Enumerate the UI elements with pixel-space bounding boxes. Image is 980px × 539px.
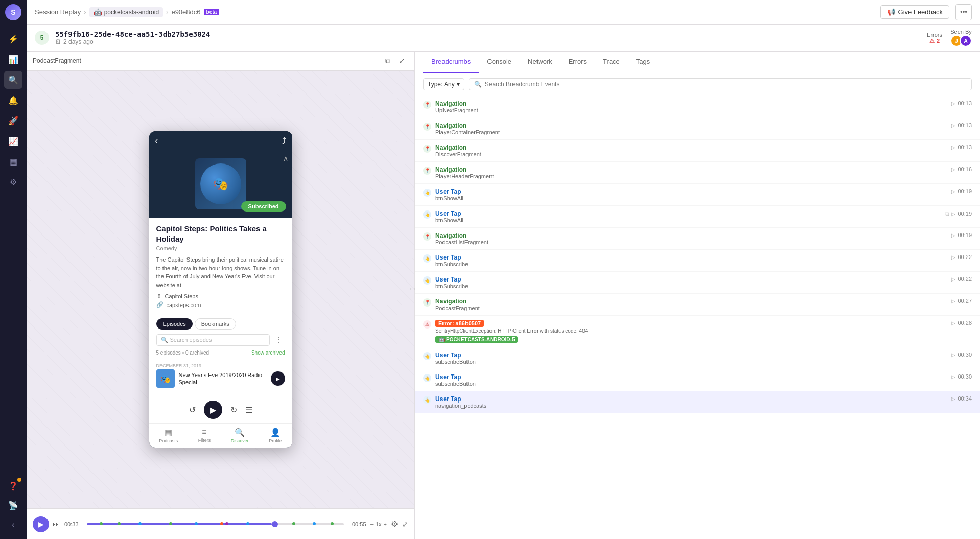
breadcrumb-search[interactable]: 🔍 <box>469 78 972 90</box>
more-options-button[interactable]: ••• <box>955 4 972 20</box>
play-icon: ▷ <box>951 232 955 238</box>
event-item-podcast-frag[interactable]: 📍 Navigation PodcastFragment ▷ 00:27 <box>415 294 980 316</box>
sidebar-item-releases[interactable]: 🚀 <box>4 111 22 130</box>
nav-item-discover[interactable]: 🔍 Discover <box>231 428 249 443</box>
tab-trace[interactable]: Trace <box>595 52 628 73</box>
event-item-usertap-2[interactable]: 👆 User Tap btnShowAll ⧉ ▷ 00:19 <box>415 206 980 228</box>
sidebar-item-alerts[interactable]: 🔔 <box>4 91 22 109</box>
fullscreen-button[interactable]: ⤢ <box>402 520 408 528</box>
type-filter-button[interactable]: Type: Any ▾ <box>423 78 464 90</box>
nav-item-filters[interactable]: ≡ Filters <box>198 428 211 443</box>
playback-track[interactable] <box>87 523 344 525</box>
nav-item-podcasts[interactable]: ▦ Podcasts <box>159 428 178 443</box>
play-icon: ▷ <box>951 298 955 304</box>
bookmarks-tab[interactable]: Bookmarks <box>195 318 236 330</box>
podcast-website-link[interactable]: 🔗 capsteps.com <box>156 301 285 308</box>
event-item-subscribe-btn-1[interactable]: 👆 User Tap subscribeButton ▷ 00:30 <box>415 347 980 369</box>
resize-handle[interactable]: ⋮⋮ <box>411 71 414 508</box>
nav-item-profile[interactable]: 👤 Profile <box>269 428 282 443</box>
phone-mockup: ‹ ⤴ 🎭 Subscribed ∧ Capitol Steps: Politi… <box>149 131 292 448</box>
playback-right-controls: − 1x + ⚙ ⤢ <box>370 519 409 529</box>
sidebar-item-dashboards[interactable]: ▦ <box>4 152 22 171</box>
breadcrumb-session-replay[interactable]: Session Replay <box>35 8 81 16</box>
event-type: User Tap <box>435 254 947 261</box>
event-time: ▷ 00:22 <box>951 276 972 282</box>
event-item-podcastlist[interactable]: 📍 Navigation PodcastListFragment ▷ 00:19 <box>415 228 980 250</box>
phone-share-button[interactable]: ⤴ <box>282 136 286 146</box>
event-item-error[interactable]: ⚠ Error: a86b0507 SentryHttpClientExcept… <box>415 316 980 347</box>
rewind-button[interactable]: ↺ <box>189 405 196 415</box>
episode-options-button[interactable]: ⋮ <box>273 334 285 346</box>
event-type: Navigation <box>435 144 947 151</box>
phone-back-button[interactable]: ‹ <box>155 135 158 146</box>
give-feedback-button[interactable]: 📢 Give Feedback <box>880 5 949 19</box>
tab-tags[interactable]: Tags <box>628 52 658 73</box>
collapse-button[interactable]: ∧ <box>283 154 288 162</box>
event-item-upnext[interactable]: 📍 Navigation UpNextFragment ▷ 00:13 <box>415 96 980 118</box>
resize-dots-icon: ⋮⋮ <box>409 288 417 292</box>
breadcrumb-separator-2: › <box>166 8 168 16</box>
event-content: User Tap navigation_podcasts <box>435 395 947 409</box>
event-item-playercontainer[interactable]: 📍 Navigation PlayerContainerFragment ▷ 0… <box>415 118 980 140</box>
event-time: ▷ 00:19 <box>951 232 972 238</box>
sidebar-collapse-button[interactable]: ‹ <box>4 515 22 534</box>
playback-play-button[interactable]: ▶ <box>33 516 49 532</box>
fast-forward-button[interactable]: ↻ <box>230 405 237 415</box>
sidebar-item-broadcast[interactable]: 📡 <box>4 496 22 514</box>
session-id: 55f9fb16-25de-48ce-aa51-3db27b5e3024 <box>55 30 210 38</box>
copy-button[interactable]: ⧉ <box>382 55 394 67</box>
event-item-subscribe-1[interactable]: 👆 User Tap btnSubscribe ▷ 00:22 <box>415 250 980 272</box>
episode-row: 🎭 New Year's Eve 2019/2020 Radio Special… <box>156 369 285 388</box>
podcast-links: 🎙 Capitol Steps 🔗 capsteps.com <box>156 293 285 308</box>
event-item-subscribe-2[interactable]: 👆 User Tap btnSubscribe ▷ 00:22 <box>415 272 980 294</box>
show-archived-button[interactable]: Show archived <box>251 350 285 356</box>
tab-errors[interactable]: Errors <box>561 52 595 73</box>
podcast-cover-art: 🎭 <box>200 163 241 204</box>
speed-plus[interactable]: + <box>384 521 387 527</box>
play-icon: ▷ <box>951 320 955 326</box>
timeline-event-dot <box>118 522 121 525</box>
episode-search[interactable]: 🔍 Search episodes <box>156 334 270 346</box>
sidebar-item-discover[interactable]: 🔍 <box>4 71 22 89</box>
tap-icon: 👆 <box>423 276 431 285</box>
play-icon: ▷ <box>951 352 955 358</box>
speed-control[interactable]: − 1x + <box>370 521 387 527</box>
main-play-button[interactable]: ▶ <box>204 401 222 419</box>
event-time: ▷ 00:13 <box>951 144 972 150</box>
error-detail: SentryHttpClientException: HTTP Client E… <box>435 328 947 334</box>
tab-breadcrumbs[interactable]: Breadcrumbs <box>423 52 479 73</box>
sidebar-item-metrics[interactable]: 📈 <box>4 132 22 150</box>
event-item-usertap-1[interactable]: 👆 User Tap btnShowAll ▷ 00:19 <box>415 184 980 206</box>
sidebar-item-performance[interactable]: 📊 <box>4 50 22 68</box>
sidebar-item-issues[interactable]: ⚡ <box>4 30 22 48</box>
playback-skip-button[interactable]: ⏭ <box>52 520 60 529</box>
speed-minus[interactable]: − <box>370 521 374 527</box>
breadcrumb-search-input[interactable] <box>485 81 966 88</box>
tab-console[interactable]: Console <box>479 52 520 73</box>
event-item-subscribe-btn-2[interactable]: 👆 User Tap subscribeButton ▷ 00:30 <box>415 369 980 391</box>
link-icon: 🔗 <box>156 301 164 308</box>
playback-time-start: 00:33 <box>64 521 83 527</box>
nav-icon: 📍 <box>423 145 431 153</box>
episode-play-button[interactable]: ▶ <box>271 371 285 386</box>
error-project-link[interactable]: 🤖 POCKETCASTS-ANDROID-5 <box>435 336 518 343</box>
event-item-nav-podcasts[interactable]: 👆 User Tap navigation_podcasts ▷ 00:34 <box>415 391 980 413</box>
playlist-button[interactable]: ☰ <box>245 405 252 415</box>
timeline-event-dot <box>225 522 228 525</box>
tab-network[interactable]: Network <box>520 52 561 73</box>
track-fill <box>87 523 272 525</box>
sidebar-item-integrations[interactable]: ⚙ <box>4 173 22 191</box>
event-type: Error: a86b0507 <box>435 320 947 327</box>
copy-icon[interactable]: ⧉ <box>945 210 949 217</box>
event-item-discover[interactable]: 📍 Navigation DiscoverFragment ▷ 00:13 <box>415 140 980 162</box>
settings-button[interactable]: ⚙ <box>391 519 398 529</box>
episodes-tab[interactable]: Episodes <box>156 318 193 330</box>
repo-name[interactable]: pocketcasts-android <box>104 9 159 16</box>
timeline-event-dot <box>331 522 334 525</box>
expand-button[interactable]: ⤢ <box>396 55 408 67</box>
sidebar-item-help[interactable]: ❓ <box>4 477 22 495</box>
event-type: User Tap <box>435 351 947 359</box>
event-item-playerheader[interactable]: 📍 Navigation PlayerHeaderFragment ▷ 00:1… <box>415 162 980 184</box>
event-type: Navigation <box>435 232 947 239</box>
avatar[interactable]: S <box>5 4 21 20</box>
